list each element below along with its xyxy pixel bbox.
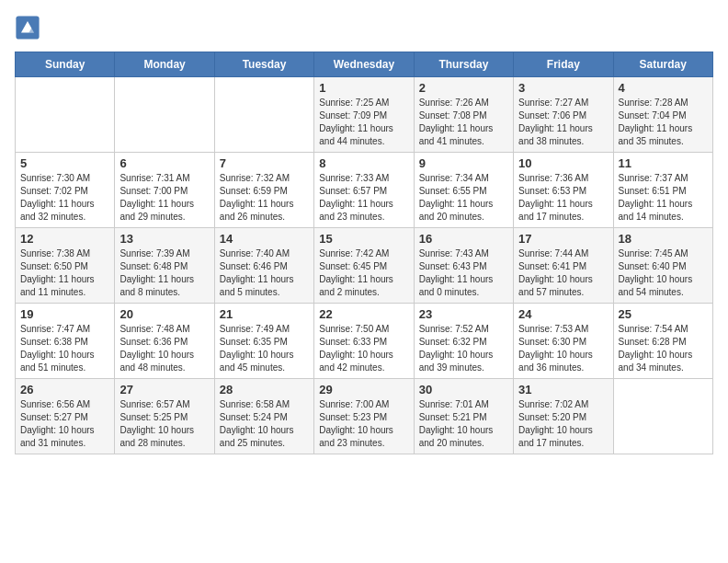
day-info: Sunrise: 6:58 AM Sunset: 5:24 PM Dayligh…	[220, 398, 309, 450]
week-row-1: 1Sunrise: 7:25 AM Sunset: 7:09 PM Daylig…	[16, 77, 713, 153]
calendar-cell: 30Sunrise: 7:01 AM Sunset: 5:21 PM Dayli…	[414, 379, 513, 454]
day-number: 20	[119, 307, 209, 321]
day-number: 10	[518, 156, 608, 170]
day-info: Sunrise: 7:25 AM Sunset: 7:09 PM Dayligh…	[319, 97, 408, 148]
day-info: Sunrise: 7:34 AM Sunset: 6:55 PM Dayligh…	[419, 172, 508, 224]
calendar-cell: 16Sunrise: 7:43 AM Sunset: 6:43 PM Dayli…	[414, 228, 513, 304]
day-info: Sunrise: 7:43 AM Sunset: 6:43 PM Dayligh…	[419, 247, 508, 299]
day-info: Sunrise: 7:40 AM Sunset: 6:46 PM Dayligh…	[220, 247, 309, 299]
calendar-cell: 14Sunrise: 7:40 AM Sunset: 6:46 PM Dayli…	[214, 228, 313, 304]
day-number: 7	[220, 156, 309, 170]
day-info: Sunrise: 7:52 AM Sunset: 6:32 PM Dayligh…	[419, 323, 508, 374]
calendar-body: 1Sunrise: 7:25 AM Sunset: 7:09 PM Daylig…	[16, 77, 713, 454]
calendar-header: SundayMondayTuesdayWednesdayThursdayFrid…	[16, 52, 713, 77]
day-header-friday: Friday	[514, 52, 613, 77]
calendar-cell: 24Sunrise: 7:53 AM Sunset: 6:30 PM Dayli…	[514, 304, 613, 379]
day-info: Sunrise: 7:36 AM Sunset: 6:53 PM Dayligh…	[518, 172, 608, 224]
calendar-cell	[115, 77, 214, 153]
calendar-cell	[214, 77, 313, 153]
day-number: 28	[220, 383, 309, 396]
day-number: 19	[20, 307, 109, 321]
calendar-cell: 25Sunrise: 7:54 AM Sunset: 6:28 PM Dayli…	[613, 304, 712, 379]
day-number: 1	[319, 81, 408, 95]
day-number: 31	[518, 383, 608, 396]
day-info: Sunrise: 7:54 AM Sunset: 6:28 PM Dayligh…	[619, 323, 708, 374]
day-number: 29	[319, 383, 408, 396]
week-row-4: 19Sunrise: 7:47 AM Sunset: 6:38 PM Dayli…	[16, 304, 713, 379]
calendar-cell: 18Sunrise: 7:45 AM Sunset: 6:40 PM Dayli…	[613, 228, 712, 304]
day-number: 26	[20, 383, 109, 396]
calendar-cell: 29Sunrise: 7:00 AM Sunset: 5:23 PM Dayli…	[314, 379, 414, 454]
header-row: SundayMondayTuesdayWednesdayThursdayFrid…	[16, 52, 713, 77]
day-info: Sunrise: 7:30 AM Sunset: 7:02 PM Dayligh…	[20, 172, 109, 224]
calendar-cell	[16, 77, 115, 153]
day-info: Sunrise: 7:50 AM Sunset: 6:33 PM Dayligh…	[319, 323, 408, 374]
day-number: 5	[20, 156, 109, 170]
day-number: 25	[619, 307, 708, 321]
day-info: Sunrise: 7:00 AM Sunset: 5:23 PM Dayligh…	[319, 398, 408, 450]
calendar-cell	[613, 379, 712, 454]
day-number: 30	[419, 383, 508, 396]
calendar-cell: 26Sunrise: 6:56 AM Sunset: 5:27 PM Dayli…	[16, 379, 115, 454]
day-number: 27	[119, 383, 209, 396]
day-header-monday: Monday	[115, 52, 214, 77]
day-number: 9	[419, 156, 508, 170]
calendar-cell: 19Sunrise: 7:47 AM Sunset: 6:38 PM Dayli…	[16, 304, 115, 379]
day-info: Sunrise: 7:53 AM Sunset: 6:30 PM Dayligh…	[518, 323, 608, 374]
day-info: Sunrise: 6:57 AM Sunset: 5:25 PM Dayligh…	[119, 398, 209, 450]
calendar-cell: 4Sunrise: 7:28 AM Sunset: 7:04 PM Daylig…	[613, 77, 712, 153]
calendar-cell: 8Sunrise: 7:33 AM Sunset: 6:57 PM Daylig…	[314, 153, 414, 228]
week-row-5: 26Sunrise: 6:56 AM Sunset: 5:27 PM Dayli…	[16, 379, 713, 454]
calendar-cell: 13Sunrise: 7:39 AM Sunset: 6:48 PM Dayli…	[115, 228, 214, 304]
day-info: Sunrise: 6:56 AM Sunset: 5:27 PM Dayligh…	[20, 398, 109, 450]
calendar-cell: 15Sunrise: 7:42 AM Sunset: 6:45 PM Dayli…	[314, 228, 414, 304]
calendar-cell: 20Sunrise: 7:48 AM Sunset: 6:36 PM Dayli…	[115, 304, 214, 379]
day-header-thursday: Thursday	[414, 52, 513, 77]
calendar-cell: 2Sunrise: 7:26 AM Sunset: 7:08 PM Daylig…	[414, 77, 513, 153]
day-info: Sunrise: 7:28 AM Sunset: 7:04 PM Dayligh…	[619, 97, 708, 148]
calendar-table: SundayMondayTuesdayWednesdayThursdayFrid…	[15, 52, 713, 454]
day-number: 4	[619, 81, 708, 95]
logo-icon	[15, 15, 40, 40]
day-number: 15	[319, 232, 408, 246]
day-number: 22	[319, 307, 408, 321]
day-info: Sunrise: 7:01 AM Sunset: 5:21 PM Dayligh…	[419, 398, 508, 450]
day-info: Sunrise: 7:47 AM Sunset: 6:38 PM Dayligh…	[20, 323, 109, 374]
calendar-cell: 12Sunrise: 7:38 AM Sunset: 6:50 PM Dayli…	[16, 228, 115, 304]
day-info: Sunrise: 7:49 AM Sunset: 6:35 PM Dayligh…	[220, 323, 309, 374]
day-info: Sunrise: 7:32 AM Sunset: 6:59 PM Dayligh…	[220, 172, 309, 224]
day-number: 2	[419, 81, 508, 95]
day-info: Sunrise: 7:33 AM Sunset: 6:57 PM Dayligh…	[319, 172, 408, 224]
calendar-cell: 28Sunrise: 6:58 AM Sunset: 5:24 PM Dayli…	[214, 379, 313, 454]
calendar-cell: 10Sunrise: 7:36 AM Sunset: 6:53 PM Dayli…	[514, 153, 613, 228]
day-info: Sunrise: 7:38 AM Sunset: 6:50 PM Dayligh…	[20, 247, 109, 299]
calendar-cell: 31Sunrise: 7:02 AM Sunset: 5:20 PM Dayli…	[514, 379, 613, 454]
day-info: Sunrise: 7:48 AM Sunset: 6:36 PM Dayligh…	[119, 323, 209, 374]
day-number: 14	[220, 232, 309, 246]
calendar-cell: 22Sunrise: 7:50 AM Sunset: 6:33 PM Dayli…	[314, 304, 414, 379]
day-number: 24	[518, 307, 608, 321]
calendar-cell: 17Sunrise: 7:44 AM Sunset: 6:41 PM Dayli…	[514, 228, 613, 304]
day-info: Sunrise: 7:44 AM Sunset: 6:41 PM Dayligh…	[518, 247, 608, 299]
day-info: Sunrise: 7:42 AM Sunset: 6:45 PM Dayligh…	[319, 247, 408, 299]
day-number: 18	[619, 232, 708, 246]
day-info: Sunrise: 7:45 AM Sunset: 6:40 PM Dayligh…	[619, 247, 708, 299]
day-number: 17	[518, 232, 608, 246]
day-info: Sunrise: 7:26 AM Sunset: 7:08 PM Dayligh…	[419, 97, 508, 148]
calendar-cell: 27Sunrise: 6:57 AM Sunset: 5:25 PM Dayli…	[115, 379, 214, 454]
day-number: 16	[419, 232, 508, 246]
day-number: 6	[119, 156, 209, 170]
calendar-cell: 1Sunrise: 7:25 AM Sunset: 7:09 PM Daylig…	[314, 77, 414, 153]
week-row-3: 12Sunrise: 7:38 AM Sunset: 6:50 PM Dayli…	[16, 228, 713, 304]
day-number: 3	[518, 81, 608, 95]
day-number: 11	[619, 156, 708, 170]
day-number: 21	[220, 307, 309, 321]
calendar-cell: 6Sunrise: 7:31 AM Sunset: 7:00 PM Daylig…	[115, 153, 214, 228]
day-info: Sunrise: 7:39 AM Sunset: 6:48 PM Dayligh…	[119, 247, 209, 299]
day-header-saturday: Saturday	[613, 52, 712, 77]
day-header-wednesday: Wednesday	[314, 52, 414, 77]
calendar-cell: 21Sunrise: 7:49 AM Sunset: 6:35 PM Dayli…	[214, 304, 313, 379]
day-number: 12	[20, 232, 109, 246]
day-header-sunday: Sunday	[16, 52, 115, 77]
calendar-cell: 23Sunrise: 7:52 AM Sunset: 6:32 PM Dayli…	[414, 304, 513, 379]
